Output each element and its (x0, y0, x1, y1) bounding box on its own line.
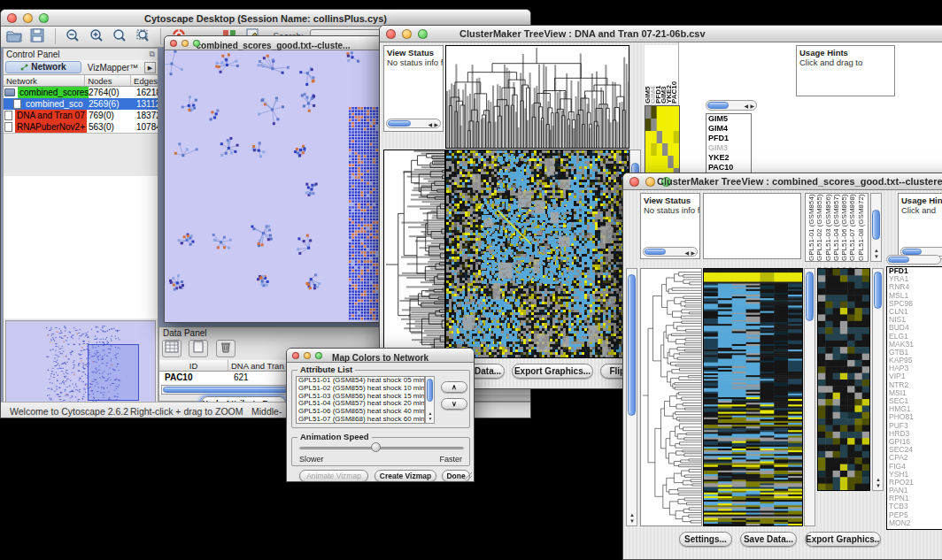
gene-label[interactable]: VIP1 (887, 372, 942, 380)
scroll-thumb[interactable] (902, 249, 922, 255)
export-graphics-button[interactable]: Export Graphics... (805, 532, 881, 547)
detail-hscrollbar[interactable]: ◀▶ (706, 100, 757, 111)
minimize-button[interactable] (645, 177, 655, 187)
column-dendrogram[interactable] (445, 45, 629, 149)
minimize-button[interactable] (402, 29, 412, 39)
col-header-nodes[interactable]: Nodes (85, 75, 131, 87)
zoom-window-button[interactable] (39, 13, 49, 23)
col-header-network[interactable]: Network (4, 75, 85, 87)
gene-label[interactable]: PFD1 (887, 267, 942, 275)
tab-overflow-button[interactable]: ▶ (144, 62, 156, 73)
row-dendrogram[interactable] (640, 268, 702, 526)
speed-slider-track[interactable] (299, 447, 464, 449)
scroll-right-arrow[interactable]: ▶ (750, 104, 754, 109)
view-status-hscrollbar[interactable]: ◀▶ (386, 119, 441, 128)
delete-attribute-icon[interactable] (216, 340, 236, 357)
float-panel-icon[interactable]: ⧉ (150, 50, 155, 59)
network-list-row[interactable]: RNAPuberNov2+563(0)107847(0) (4, 121, 158, 133)
gene-label[interactable]: GIM4 (706, 124, 751, 134)
network-canvas[interactable] (165, 50, 382, 322)
gene-label[interactable]: CPA2 (887, 454, 942, 462)
scroll-up-arrow[interactable]: ▲ (876, 477, 881, 482)
network-list-row[interactable]: combined_sco2569(6)13112(15) (4, 98, 158, 110)
gene-label[interactable]: TCB3 (887, 502, 942, 510)
zoom-out-icon[interactable] (63, 27, 82, 45)
attribute-list-vscrollbar[interactable]: ▲▼ (425, 376, 435, 424)
gene-label[interactable]: MON2 (887, 519, 942, 527)
network-list-row[interactable]: combined_scores2764(0)16218(0) (4, 87, 158, 98)
treeview2-gene-list[interactable]: PFD1YRA1RNR4MSL1SPC98CLN1NIS1BUD4ELG1MAK… (886, 266, 942, 530)
gene-label[interactable]: RPN1 (887, 495, 942, 502)
gene-label[interactable]: SEC1 (887, 397, 942, 405)
scroll-down-arrow[interactable]: ▼ (876, 483, 881, 488)
correlation-matrix[interactable] (645, 105, 680, 181)
gene-label[interactable]: RPO21 (887, 479, 942, 487)
network-view-titlebar[interactable]: combined_scores_good.txt--cluste... (165, 36, 382, 50)
heatmap-vscrollbar[interactable] (804, 268, 815, 526)
scroll-thumb[interactable] (888, 257, 909, 263)
treeview1-gene-list[interactable]: GIM5GIM4PFD1GIM3YKE2PAC10 (706, 113, 752, 179)
scroll-thumb[interactable] (388, 120, 411, 127)
gene-label[interactable]: PEP5 (887, 511, 942, 519)
heatmap-main[interactable] (445, 150, 629, 358)
scroll-thumb[interactable] (872, 210, 880, 240)
close-button[interactable] (629, 177, 639, 187)
create-vizmap-button[interactable]: Create Vizmap (374, 470, 436, 481)
gene-label[interactable]: SEC24 (887, 446, 942, 454)
speed-slider-thumb[interactable] (371, 442, 381, 452)
close-button[interactable] (170, 40, 177, 47)
gene-label[interactable]: HRD3 (887, 430, 942, 438)
scroll-left-arrow[interactable]: ◀ (684, 250, 689, 256)
gene-label[interactable]: GIM3 (706, 143, 751, 153)
scroll-thumb[interactable] (874, 272, 882, 309)
gene-label[interactable]: GTB1 (887, 349, 942, 357)
scroll-thumb[interactable] (427, 379, 433, 402)
close-button[interactable] (7, 13, 17, 23)
scroll-right-arrow[interactable]: ▶ (434, 122, 438, 127)
treeview2-titlebar[interactable]: ClusterMaker TreeView : combined_scores_… (623, 173, 942, 190)
zoom-selected-icon[interactable] (110, 27, 129, 45)
column-dendrogram-area[interactable] (703, 193, 801, 259)
network-name-cell[interactable]: combined_sco (4, 98, 89, 110)
new-attribute-icon[interactable] (189, 340, 208, 357)
network-name-cell[interactable]: DNA and Tran 07 (4, 110, 89, 121)
resize-grip-icon[interactable] (464, 472, 473, 480)
gene-label[interactable]: YKE2 (706, 153, 751, 163)
export-graphics-button[interactable]: Export Graphics... (512, 364, 593, 379)
row-dendrogram[interactable] (383, 150, 445, 358)
animate-vizmap-button[interactable]: Animate Vizmap (299, 470, 368, 481)
zoom-vscrollbar[interactable]: ▲▼ (872, 268, 884, 491)
gene-label[interactable]: PFD1 (706, 134, 751, 143)
column-labels-vscrollbar[interactable]: ▲▼ (870, 193, 882, 262)
minimize-button[interactable] (304, 352, 311, 359)
gene-list-hscrollbar[interactable] (886, 255, 941, 265)
gene-label[interactable]: SPC98 (887, 300, 942, 308)
tab-network[interactable]: Network (5, 61, 81, 73)
gene-label[interactable]: GIM5 (706, 114, 751, 124)
gene-label[interactable]: BUD4 (887, 324, 942, 332)
gene-label[interactable]: NIS1 (887, 316, 942, 324)
gene-label[interactable]: MSI1 (887, 389, 942, 397)
zoom-window-button[interactable] (315, 352, 322, 359)
scroll-left-arrow[interactable]: ◀ (744, 104, 748, 109)
scroll-up-arrow[interactable]: ▲ (874, 248, 879, 253)
close-button[interactable] (386, 29, 396, 39)
settings-button[interactable]: Settings... (679, 532, 732, 547)
gene-label[interactable]: KAP95 (887, 357, 942, 364)
map-dialog-titlebar[interactable]: Map Colors to Network (287, 349, 474, 363)
attribute-list[interactable]: GPL51-01 (GSM854) heat shock 05 minGPL51… (296, 376, 425, 424)
move-up-button[interactable]: ∧ (441, 381, 467, 393)
gene-label[interactable]: FIG4 (887, 463, 942, 471)
close-button[interactable] (292, 352, 299, 359)
scroll-down-arrow[interactable]: ▼ (429, 416, 433, 421)
tab-vizmapper[interactable]: VizMapper™ (83, 63, 143, 73)
gene-label[interactable]: YSH1 (887, 471, 942, 479)
network-name-cell[interactable]: RNAPuberNov2+ (4, 121, 89, 133)
scroll-down-arrow[interactable]: ▼ (629, 518, 635, 524)
scroll-thumb[interactable] (707, 102, 729, 109)
id-column-header[interactable]: ID (159, 360, 228, 372)
zoom-fit-icon[interactable] (134, 27, 153, 45)
gene-label[interactable]: NTR2 (887, 381, 942, 389)
scroll-up-arrow[interactable]: ▲ (629, 512, 635, 518)
gene-label[interactable]: YRA1 (887, 275, 942, 283)
